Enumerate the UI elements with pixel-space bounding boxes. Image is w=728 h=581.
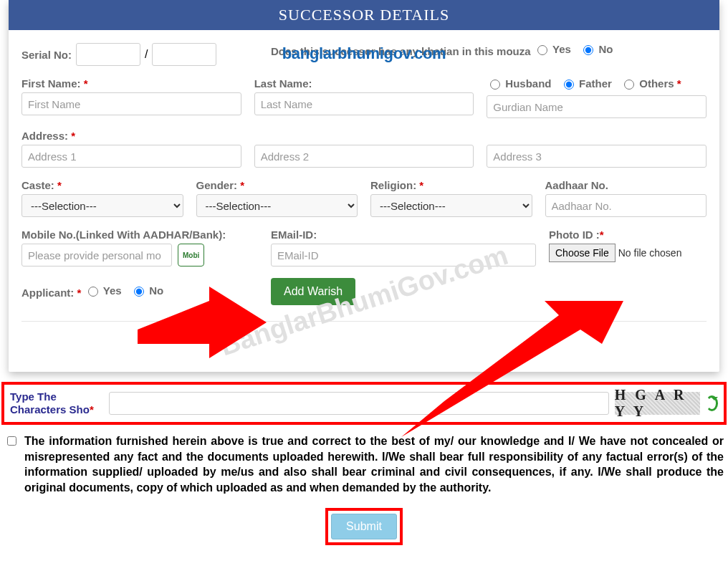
last-name-label: Last Name: (254, 77, 474, 90)
others-label: Others (639, 77, 674, 90)
aadhaar-label: Aadhaar No. (545, 179, 707, 191)
choose-file-button[interactable]: Choose File (549, 244, 616, 262)
address3-input[interactable] (487, 145, 707, 168)
applicant-label: Applicant: * (21, 287, 81, 299)
first-name-label: First Name: * (21, 77, 241, 90)
khatian-yes-radio[interactable] (537, 45, 547, 55)
last-name-input[interactable] (254, 92, 474, 115)
serial-slash: / (145, 48, 148, 61)
address-label: Address: * (21, 130, 241, 142)
captcha-image: H G A R Y Y (615, 392, 700, 415)
religion-label: Religion: * (370, 179, 532, 191)
section-header: SUCCESSOR DETAILS (9, 0, 719, 30)
yes-label: Yes (552, 43, 571, 55)
applicant-no-radio[interactable] (134, 287, 144, 297)
caste-select[interactable]: ---Selection--- (21, 194, 183, 217)
submit-highlight: Submit (325, 508, 403, 545)
husband-radio[interactable] (490, 80, 500, 90)
captcha-label: Type The Characters Sho* (10, 390, 103, 416)
caste-label: Caste: * (21, 179, 183, 191)
address2-input[interactable] (254, 145, 474, 168)
add-warish-button[interactable]: Add Warish (271, 278, 355, 305)
mobi-button[interactable]: Mobi (178, 244, 204, 267)
religion-select[interactable]: ---Selection--- (370, 194, 532, 217)
applicant-yes-label: Yes (103, 284, 122, 297)
declaration-text: The information furnished herein above i… (24, 433, 724, 495)
address1-input[interactable] (21, 145, 241, 168)
applicant-no-label: No (149, 284, 163, 297)
watermark-top: banglarbhumigov.com (282, 44, 446, 63)
email-input[interactable] (271, 244, 536, 267)
applicant-yes-radio[interactable] (88, 287, 98, 297)
father-label: Father (579, 77, 612, 90)
serial-label: Serial No: (21, 49, 72, 61)
no-label: No (598, 43, 613, 55)
aadhaar-input[interactable] (545, 194, 707, 217)
captcha-section: Type The Characters Sho* H G A R Y Y (1, 382, 727, 425)
submit-button[interactable]: Submit (331, 514, 397, 539)
file-chosen-text: No file chosen (618, 247, 682, 259)
declaration-checkbox[interactable] (7, 436, 16, 446)
divider (21, 321, 707, 322)
captcha-input[interactable] (109, 392, 609, 415)
email-label: EMail-ID: (271, 229, 536, 241)
guardian-input[interactable] (487, 95, 707, 118)
mobile-label: Mobile No.(Linked With AADHAR/Bank): (21, 229, 258, 241)
refresh-icon[interactable] (706, 395, 718, 411)
mobile-input[interactable] (21, 244, 172, 267)
serial-input-1[interactable] (76, 43, 140, 66)
serial-input-2[interactable] (152, 43, 216, 66)
husband-label: Husband (505, 77, 551, 90)
photo-id-label: Photo ID :* (549, 229, 707, 241)
first-name-input[interactable] (21, 92, 241, 115)
khatian-no-radio[interactable] (583, 45, 593, 55)
gender-label: Gender: * (196, 179, 358, 191)
others-radio[interactable] (624, 80, 634, 90)
father-radio[interactable] (564, 80, 574, 90)
gender-select[interactable]: ---Selection--- (196, 194, 358, 217)
